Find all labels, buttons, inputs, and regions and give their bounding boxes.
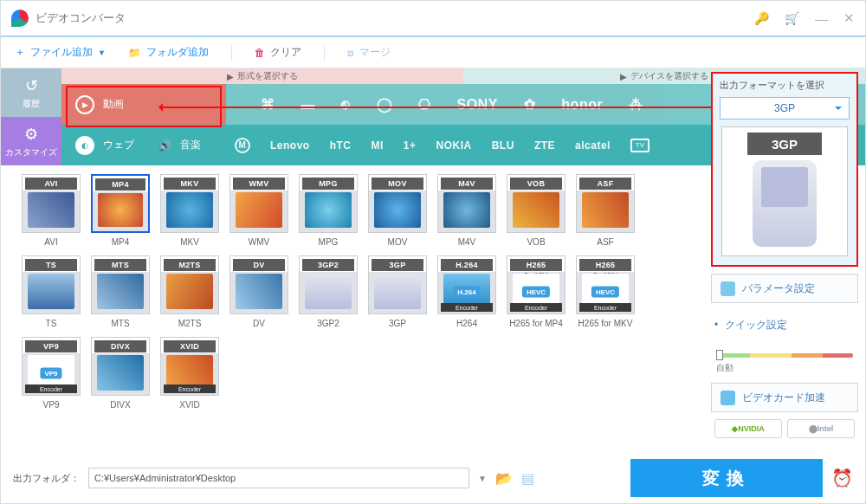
annotation-arrow <box>161 107 715 108</box>
format-vob[interactable]: VOBVOB <box>501 174 571 247</box>
output-folder-input[interactable] <box>88 468 469 488</box>
format-wmv[interactable]: WMVWMV <box>224 174 294 247</box>
format-label: MKV <box>180 237 199 247</box>
brand-lenovo[interactable]: Lenovo <box>270 139 310 152</box>
format-dropdown[interactable]: 3GP <box>720 97 850 120</box>
format-avi[interactable]: AVIAVI <box>16 174 86 247</box>
format-h265-for-mkv[interactable]: H265For MKVHEVCEncoderH265 for MKV <box>571 255 640 328</box>
clear-label: クリア <box>270 45 301 60</box>
customize-tab[interactable]: ⚙ カスタマイズ <box>1 117 61 165</box>
slider-label: 自動 <box>716 362 853 374</box>
add-file-label: ファイル追加 <box>30 45 93 60</box>
history-tab[interactable]: ↺ 履歴 <box>1 68 61 117</box>
format-label: TS <box>46 319 57 328</box>
format-h265-for-mp4[interactable]: H265For MP4HEVCEncoderH265 for MP4 <box>501 255 571 328</box>
open-folder-icon[interactable]: ▤ <box>521 470 534 487</box>
folder-icon: 📁 <box>128 47 141 59</box>
merge-label: マージ <box>359 45 391 60</box>
format-label: WMV <box>249 237 269 247</box>
brand-mi[interactable]: MI <box>372 139 384 152</box>
format-mpg[interactable]: MPGMPG <box>294 174 363 247</box>
format-3gp2[interactable]: 3GP23GP2 <box>294 255 363 328</box>
format-label: M2TS <box>178 319 202 328</box>
plus-icon: ＋ <box>15 45 25 60</box>
format-mov[interactable]: MOVMOV <box>363 174 432 247</box>
customize-label: カスタマイズ <box>5 146 57 158</box>
format-mts[interactable]: MTSMTS <box>86 255 155 328</box>
format-label: MPG <box>319 237 339 247</box>
brand-nokia[interactable]: NOKIA <box>436 139 472 152</box>
format-label: DIVX <box>110 400 130 410</box>
merge-button[interactable]: ⧈ マージ <box>347 45 391 60</box>
chevron-down-icon: ▼ <box>98 48 106 57</box>
output-folder-label: 出力フォルダ： <box>13 472 80 485</box>
param-button[interactable]: パラメータ設定 <box>711 274 858 303</box>
close-button[interactable]: ✕ <box>843 10 855 26</box>
format-label: H265 for MKV <box>578 319 633 328</box>
gear-icon: ⚙ <box>24 125 38 144</box>
format-label: 3GP2 <box>317 319 339 328</box>
format-label: 3GP <box>389 319 406 328</box>
format-label: VOB <box>527 237 545 247</box>
sliders-icon <box>721 281 735 296</box>
preview-badge: 3GP <box>747 132 822 155</box>
format-h264[interactable]: H.264H.264EncoderH264 <box>432 255 501 328</box>
format-label: H264 <box>456 319 477 328</box>
format-label: H265 for MP4 <box>509 319 563 328</box>
format-asf[interactable]: ASFASF <box>571 174 640 247</box>
quality-slider[interactable]: 自動 <box>711 346 858 376</box>
globe-icon: ◐ <box>75 136 94 155</box>
format-label: MTS <box>111 319 129 328</box>
brand-blu[interactable]: BLU <box>492 139 514 152</box>
format-label: MP4 <box>112 237 130 247</box>
gpu-accel-button[interactable]: ビデオカード加速 <box>711 383 858 412</box>
format-ts[interactable]: TSTS <box>16 255 86 328</box>
quick-button[interactable]: • クイック設定 <box>711 310 858 339</box>
music-mode-label: 音楽 <box>180 138 201 152</box>
brand-htc[interactable]: hTC <box>330 139 352 152</box>
format-m2ts[interactable]: M2TSM2TS <box>155 255 224 328</box>
add-file-button[interactable]: ＋ ファイル追加 ▼ <box>15 45 106 60</box>
format-m4v[interactable]: M4VM4V <box>432 174 501 247</box>
format-label: XVID <box>179 400 199 410</box>
brand-motorola[interactable]: M <box>235 138 250 153</box>
output-title: 出力フォーマットを選択 <box>720 79 853 92</box>
toolbar: ＋ ファイル追加 ▼ 📁 フォルダ追加 🗑 クリア ⧈ マージ <box>1 37 865 68</box>
browse-folder-icon[interactable]: 📂 <box>495 470 513 487</box>
web-mode-button[interactable]: ◐ ウェブ <box>61 125 145 165</box>
music-mode-button[interactable]: 🔊 音楽 <box>145 125 226 165</box>
minimize-button[interactable]: — <box>815 11 828 26</box>
tv-icon[interactable]: TV <box>630 139 650 152</box>
format-label: DV <box>253 319 265 328</box>
key-icon[interactable]: 🔑 <box>754 11 769 25</box>
play-icon: ▶ <box>75 95 94 114</box>
format-vp9[interactable]: VP9VP9EncoderVP9 <box>16 337 86 410</box>
brand-alcatel[interactable]: alcatel <box>575 139 611 152</box>
divider <box>324 45 325 61</box>
add-folder-button[interactable]: 📁 フォルダ追加 <box>128 45 209 60</box>
brand-zte[interactable]: ZTE <box>534 139 555 152</box>
intel-chip[interactable]: ⬤ Intel <box>787 419 855 438</box>
speaker-icon: 🔊 <box>158 139 171 152</box>
video-mode-button[interactable]: ▶ 動画 <box>61 84 226 125</box>
format-label: ASF <box>597 237 613 247</box>
format-mp4[interactable]: MP4MP4 <box>86 174 155 247</box>
format-xvid[interactable]: XVIDEncoderXVID <box>155 337 224 410</box>
clear-button[interactable]: 🗑 クリア <box>255 45 301 60</box>
cart-icon[interactable]: 🛒 <box>785 11 799 25</box>
format-dv[interactable]: DVDV <box>224 255 294 328</box>
nvidia-chip[interactable]: ◆ NVIDIA <box>714 419 782 438</box>
brand-1+[interactable]: 1+ <box>404 139 417 152</box>
output-format-panel: 出力フォーマットを選択 3GP 3GP <box>711 72 858 267</box>
timer-icon[interactable]: ⏰ <box>831 468 853 488</box>
titlebar: ビデオコンバータ 🔑 🛒 — ✕ <box>1 1 865 37</box>
video-mode-label: 動画 <box>103 97 124 112</box>
convert-button[interactable]: 変換 <box>630 459 823 497</box>
format-divx[interactable]: DIVXDIVX <box>86 337 155 410</box>
format-mkv[interactable]: MKVMKV <box>155 174 224 247</box>
merge-icon: ⧈ <box>347 47 354 59</box>
web-mode-label: ウェブ <box>103 138 134 152</box>
chip-icon <box>721 391 735 405</box>
history-label: 履歴 <box>23 98 40 110</box>
format-3gp[interactable]: 3GP3GP <box>363 255 432 328</box>
